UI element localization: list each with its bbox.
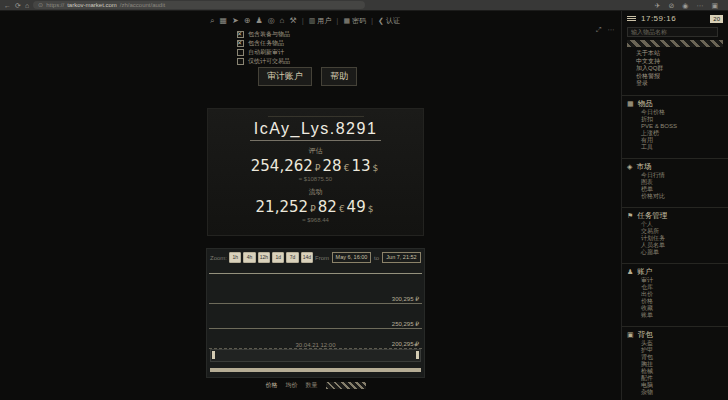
sidebar-item[interactable]: 护甲 <box>622 347 728 354</box>
sidebar-item[interactable]: 人员名单 <box>622 242 728 249</box>
zoom-label: Zoom: <box>210 255 227 261</box>
chess-icon[interactable]: ♟ <box>255 16 262 26</box>
promo-banner[interactable] <box>627 40 723 47</box>
url-bar[interactable]: ⊙ https://tarkov-market.com/zh/account/a… <box>33 1 365 9</box>
home-icon[interactable]: ⌂ <box>280 16 285 26</box>
zoom-preset-button[interactable]: 7d <box>286 252 298 263</box>
audit-checkbox[interactable]: 自动刷新审计 <box>237 48 290 57</box>
price-line-avg <box>209 328 422 329</box>
zoom-preset-button[interactable]: 4h <box>243 252 255 263</box>
sidebar-link-support[interactable]: 中文支持 <box>622 58 728 66</box>
sidebar-item[interactable]: 枪械 <box>622 368 728 375</box>
window-icon[interactable]: ▣ <box>711 2 718 9</box>
audit-checkbox[interactable]: 包含任务物品 <box>237 39 290 48</box>
zoom-preset-button[interactable]: 14d <box>301 252 313 263</box>
section-header[interactable]: ▣ 背包 <box>622 330 728 340</box>
section-title: 物品 <box>638 99 653 109</box>
section-header[interactable]: ♟ 账户 <box>622 267 728 277</box>
estimate-approx: ≈ $10875.50 <box>208 176 423 182</box>
sidebar-item[interactable]: 折扣 <box>622 116 728 123</box>
sidebar-item[interactable]: 账单 <box>622 312 728 319</box>
sidebar-item[interactable]: 上涨榜 <box>622 130 728 137</box>
section-header[interactable]: ⚑ 任务管理 <box>622 211 728 221</box>
checkbox-icon <box>237 31 244 38</box>
sidebar-item[interactable]: 杂物 <box>622 389 728 396</box>
sidebar-section-tasks: ⚑ 任务管理 个人 交易所 计划任务 人员名单 心愿单 <box>622 207 728 256</box>
sidebar-link-about[interactable]: 关于本站 <box>622 50 728 58</box>
zoom-preset-button[interactable]: 1h <box>229 252 241 263</box>
from-date-input[interactable]: May 6, 16:00 <box>332 252 371 263</box>
slider-handle-left[interactable] <box>212 351 215 359</box>
sidebar-item[interactable]: 交易所 <box>622 228 728 235</box>
menu-icon[interactable] <box>627 16 636 21</box>
more-icon[interactable]: ⋯ <box>608 26 615 34</box>
sidebar-item[interactable]: 心愿单 <box>622 249 728 256</box>
page-toolbar: ⌕ ▦ ➤ ⊕ ♟ ◎ ⌂ ⚒ | ▥ 用户 | ▦ 密码 | ❮ 认证 <box>210 14 400 27</box>
sidebar-item[interactable]: 配件 <box>622 375 728 382</box>
legend-item-price[interactable]: 价格 <box>266 381 278 390</box>
sidebar-item[interactable]: 电脑 <box>622 382 728 389</box>
sidebar-item[interactable]: 价格对比 <box>622 193 728 200</box>
sidebar-item[interactable]: 仓库 <box>622 284 728 291</box>
sidebar-item[interactable]: 头盔 <box>622 340 728 347</box>
sidebar-item[interactable]: 有用 <box>622 137 728 144</box>
chart-range-slider[interactable] <box>210 349 421 362</box>
sidebar-item[interactable]: 审计 <box>622 277 728 284</box>
sidebar-item[interactable]: 工具 <box>622 144 728 151</box>
extension-icon[interactable]: ✈ <box>655 2 661 9</box>
audit-account-button[interactable]: 审计账户 <box>258 67 312 86</box>
sidebar-item[interactable]: 图表 <box>622 179 728 186</box>
sidebar-link-alerts[interactable]: 价格警报 <box>622 73 728 81</box>
sidebar-item[interactable]: 个人 <box>622 221 728 228</box>
sidebar-item[interactable]: 出价 <box>622 291 728 298</box>
send-icon[interactable]: ➤ <box>232 16 239 26</box>
back-icon[interactable]: ← <box>4 2 11 9</box>
sidebar-item[interactable]: 背包 <box>622 354 728 361</box>
sidebar-item[interactable]: 今日行情 <box>622 172 728 179</box>
grid-icon[interactable]: ▦ <box>219 16 227 26</box>
toolbar-chip-label: 认证 <box>386 16 400 26</box>
angle-icon: ❮ <box>378 17 384 25</box>
legend-item-average[interactable]: 均价 <box>286 381 298 390</box>
section-header[interactable]: ▦ 物品 <box>622 99 728 109</box>
audit-checkbox[interactable]: 仅统计可交易品 <box>237 57 290 66</box>
extension-icon[interactable]: ◉ <box>682 2 688 9</box>
home-icon[interactable]: ⌂ <box>25 2 29 9</box>
section-header[interactable]: ◈ 市场 <box>622 162 728 172</box>
help-button[interactable]: 帮助 <box>321 67 357 86</box>
menu-dots-icon[interactable]: ⋯ <box>696 2 703 9</box>
sidebar-item[interactable]: 今日价格 <box>622 109 728 116</box>
checkbox-label: 自动刷新审计 <box>248 48 284 57</box>
zoom-preset-button[interactable]: 12h <box>258 252 270 263</box>
notification-badge[interactable]: 20 <box>710 15 723 23</box>
refresh-icon[interactable]: ⟳ <box>15 2 21 9</box>
toolbar-chip-users[interactable]: ▥ 用户 <box>309 16 332 26</box>
slider-track[interactable] <box>210 368 421 372</box>
toolbar-separator: | <box>371 16 373 25</box>
sidebar-item[interactable]: 收藏 <box>622 305 728 312</box>
search-icon[interactable]: ⌕ <box>210 16 214 26</box>
toolbar-chip-password[interactable]: ▦ 密码 <box>343 16 366 26</box>
expand-icon[interactable]: ⤢ <box>596 26 602 34</box>
slider-handle-right[interactable] <box>416 351 419 359</box>
target-icon[interactable]: ⊕ <box>244 16 251 26</box>
price-line-high <box>209 303 422 304</box>
chart-legend: 价格 均价 数量 <box>206 381 425 390</box>
record-icon[interactable]: ◎ <box>268 16 275 26</box>
screen: ← ⟳ ⌂ ⊙ https://tarkov-market.com/zh/acc… <box>0 0 728 400</box>
tools-icon[interactable]: ⚒ <box>289 16 296 26</box>
sidebar-item[interactable]: PVE & BOSS <box>622 123 728 130</box>
sidebar-link-group[interactable]: 加入QQ群 <box>622 65 728 73</box>
to-date-input[interactable]: Jun 7, 21:52 <box>382 252 421 263</box>
zoom-preset-button[interactable]: 1d <box>272 252 284 263</box>
sidebar-link-login[interactable]: 登录 <box>622 80 728 88</box>
toolbar-chip-auth[interactable]: ❮ 认证 <box>378 16 400 26</box>
sidebar-item[interactable]: 胸挂 <box>622 361 728 368</box>
extension-icon[interactable]: ⊘ <box>668 2 674 9</box>
legend-item-volume[interactable]: 数量 <box>306 381 318 390</box>
sidebar-item[interactable]: 计划任务 <box>622 235 728 242</box>
audit-checkbox[interactable]: 包含装备与物品 <box>237 30 290 39</box>
sidebar-item[interactable]: 价格 <box>622 298 728 305</box>
sidebar-item[interactable]: 榜单 <box>622 186 728 193</box>
item-search-input[interactable] <box>627 27 718 37</box>
